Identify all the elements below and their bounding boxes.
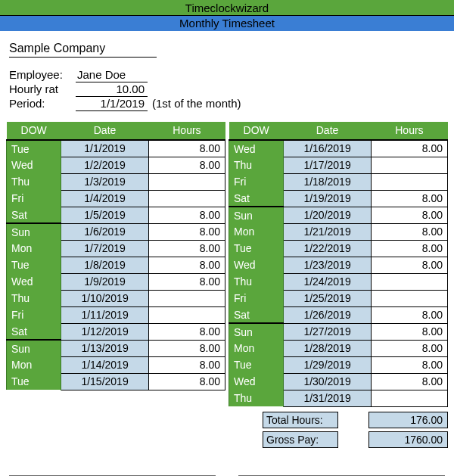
table-row: Mon1/21/20198.00 (229, 223, 448, 240)
period-label: Period: (9, 97, 76, 110)
cell-hours: 8.00 (148, 207, 225, 223)
cell-date: 1/13/2019 (61, 340, 149, 356)
col-hours: Hours (371, 122, 447, 140)
table-row: Fri1/4/2019 (7, 190, 225, 207)
cell-date: 1/18/2019 (284, 173, 372, 190)
cell-dow: Sun (229, 207, 284, 223)
cell-hours: 8.00 (371, 356, 447, 373)
timesheet-tables: DOW Date Hours Tue1/1/20198.00Wed1/2/201… (6, 122, 448, 407)
cell-date: 1/24/2019 (284, 273, 372, 290)
table-row: Tue1/15/20198.00 (7, 373, 225, 390)
cell-date: 1/2/2019 (61, 157, 149, 173)
cell-date: 1/7/2019 (61, 240, 149, 257)
gross-pay-label: Gross Pay: (263, 431, 338, 448)
table-row: Fri1/18/2019 (229, 173, 448, 190)
table-row: Tue1/1/20198.00 (7, 140, 225, 157)
cell-date: 1/22/2019 (284, 240, 372, 257)
cell-date: 1/15/2019 (61, 373, 149, 390)
cell-date: 1/19/2019 (284, 190, 372, 207)
cell-dow: Mon (7, 240, 61, 257)
cell-date: 1/4/2019 (61, 190, 149, 207)
cell-hours (148, 290, 225, 306)
page-subtitle: Monthly Timesheet (0, 16, 454, 31)
employee-label: Employee: (9, 68, 76, 81)
col-date: Date (61, 122, 149, 140)
table-row: Thu1/3/2019 (7, 173, 225, 190)
gross-pay-value: 1760.00 (368, 431, 448, 448)
cell-hours (148, 190, 225, 207)
cell-hours: 8.00 (148, 273, 225, 290)
cell-date: 1/8/2019 (61, 257, 149, 273)
cell-hours: 8.00 (148, 223, 225, 240)
cell-date: 1/1/2019 (61, 140, 149, 157)
cell-date: 1/11/2019 (61, 306, 149, 323)
col-dow: DOW (7, 122, 61, 140)
cell-hours: 8.00 (371, 340, 447, 356)
cell-date: 1/17/2019 (284, 157, 372, 173)
cell-dow: Thu (7, 173, 61, 190)
cell-dow: Tue (229, 356, 284, 373)
cell-date: 1/26/2019 (284, 306, 372, 323)
cell-hours: 8.00 (371, 223, 447, 240)
table-row: Sun1/6/20198.00 (7, 223, 225, 240)
cell-hours: 8.00 (148, 257, 225, 273)
cell-dow: Wed (7, 157, 61, 173)
table-row: Sun1/20/20198.00 (229, 207, 448, 223)
table-row: Sat1/19/20198.00 (229, 190, 448, 207)
cell-dow: Fri (7, 306, 61, 323)
app-title: Timeclockwizard (0, 0, 454, 16)
cell-hours: 8.00 (371, 257, 447, 273)
meta-block: Employee: Jane Doe Hourly rat 10.00 Peri… (9, 68, 454, 111)
cell-hours: 8.00 (148, 140, 225, 157)
cell-dow: Sun (7, 223, 61, 240)
cell-dow: Mon (7, 356, 61, 373)
cell-date: 1/14/2019 (61, 356, 149, 373)
table-row: Wed1/30/20198.00 (229, 373, 448, 390)
cell-dow: Tue (7, 257, 61, 273)
timesheet-right: DOW Date Hours Wed1/16/20198.00Thu1/17/2… (229, 122, 448, 407)
table-row: Sun1/13/20198.00 (7, 340, 225, 356)
cell-hours (371, 273, 447, 290)
cell-dow: Mon (229, 223, 284, 240)
table-row: Sat1/26/20198.00 (229, 306, 448, 323)
cell-hours (148, 173, 225, 190)
rate-value: 10.00 (76, 82, 148, 97)
cell-date: 1/6/2019 (61, 223, 149, 240)
cell-date: 1/31/2019 (284, 390, 372, 406)
cell-hours (371, 390, 447, 406)
cell-date: 1/27/2019 (284, 323, 372, 340)
cell-dow: Fri (7, 190, 61, 207)
cell-dow: Tue (229, 240, 284, 257)
table-row: Thu1/24/2019 (229, 273, 448, 290)
table-row: Wed1/16/20198.00 (229, 140, 448, 157)
cell-hours: 8.00 (371, 306, 447, 323)
rate-label: Hourly rat (9, 82, 76, 95)
cell-dow: Fri (229, 173, 284, 190)
cell-date: 1/20/2019 (284, 207, 372, 223)
table-row: Thu1/10/2019 (7, 290, 225, 306)
table-row: Wed1/9/20198.00 (7, 273, 225, 290)
cell-dow: Wed (229, 140, 284, 157)
company-name: Sample Company (9, 42, 157, 58)
col-dow: DOW (229, 122, 284, 140)
table-row: Fri1/11/2019 (7, 306, 225, 323)
cell-hours: 8.00 (371, 140, 447, 157)
cell-hours: 8.00 (371, 190, 447, 207)
employee-value: Jane Doe (76, 68, 148, 82)
period-note: (1st of the month) (148, 97, 241, 110)
table-row: Fri1/25/2019 (229, 290, 448, 306)
table-row: Tue1/8/20198.00 (7, 257, 225, 273)
table-row: Tue1/22/20198.00 (229, 240, 448, 257)
cell-date: 1/28/2019 (284, 340, 372, 356)
cell-date: 1/29/2019 (284, 356, 372, 373)
table-row: Thu1/17/2019 (229, 157, 448, 173)
cell-dow: Fri (229, 290, 284, 306)
cell-hours: 8.00 (371, 240, 447, 257)
cell-hours: 8.00 (148, 356, 225, 373)
cell-dow: Thu (229, 390, 284, 406)
total-hours-label: Total Hours: (263, 412, 338, 428)
cell-dow: Thu (229, 157, 284, 173)
table-row: Mon1/7/20198.00 (7, 240, 225, 257)
cell-dow: Wed (229, 373, 284, 390)
cell-date: 1/30/2019 (284, 373, 372, 390)
